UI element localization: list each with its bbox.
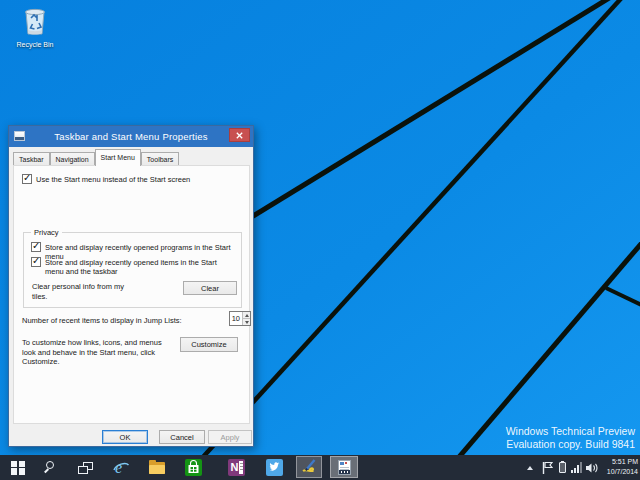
evaluation-watermark: Windows Technical Preview Evaluation cop… [506, 425, 635, 451]
task-view-button[interactable] [72, 455, 98, 480]
taskbar-properties-dialog: Taskbar and Start Menu Properties Taskba… [8, 125, 254, 447]
search-button[interactable] [38, 455, 62, 480]
recycle-bin[interactable]: Recycle Bin [8, 6, 62, 48]
onenote-button[interactable]: N [222, 455, 250, 480]
cancel-button[interactable]: Cancel [159, 430, 205, 444]
dialog-tab-strip: Taskbar Navigation Start Menu Toolbars [13, 149, 179, 166]
chevron-up-icon [527, 466, 533, 470]
journal-pen-icon [300, 458, 318, 476]
close-button[interactable] [229, 128, 250, 142]
tab-start-menu[interactable]: Start Menu [95, 149, 141, 166]
use-start-menu-label: Use the Start menu instead of the Start … [36, 174, 190, 184]
windows-logo-icon [11, 461, 25, 475]
search-icon [44, 461, 57, 474]
show-hidden-icons-button[interactable] [524, 455, 536, 480]
store-items-label: Store and display recently opened items … [45, 257, 233, 276]
clear-button[interactable]: Clear [183, 281, 237, 295]
privacy-group-label: Privacy [31, 228, 62, 237]
privacy-groupbox: Privacy ✓ Store and display recently ope… [23, 232, 242, 308]
chevron-up-icon [245, 314, 249, 317]
speaker-icon [585, 462, 599, 474]
clock-time: 5:51 PM [598, 457, 638, 467]
clear-personal-info-text: Clear personal info from my tiles. [32, 282, 132, 301]
check-icon: ✓ [32, 255, 40, 266]
network-signal-icon [571, 462, 582, 473]
taskbar: e N [0, 455, 640, 480]
jump-lists-spinner[interactable]: 10 [229, 311, 251, 326]
check-icon: ✓ [23, 172, 31, 183]
dialog-titlebar-icon [14, 131, 25, 141]
battery-icon [559, 462, 566, 473]
jump-lists-label: Number of recent items to display in Jum… [22, 316, 222, 326]
dialog-title: Taskbar and Start Menu Properties [9, 131, 253, 142]
jump-lists-value: 10 [230, 312, 242, 325]
recycle-bin-icon [21, 22, 49, 39]
desktop-screen: Recycle Bin Windows Technical Preview Ev… [0, 0, 640, 480]
internet-explorer-icon: e [112, 459, 130, 477]
action-center-button[interactable] [540, 455, 554, 480]
journal-app-button[interactable] [296, 456, 322, 478]
tab-toolbars[interactable]: Toolbars [141, 152, 179, 166]
twitter-icon [266, 459, 283, 476]
store-icon [185, 459, 202, 476]
checkbox-box: ✓ [31, 242, 41, 252]
tab-navigation[interactable]: Navigation [50, 152, 95, 166]
tab-taskbar[interactable]: Taskbar [13, 152, 50, 166]
dialog-titlebar: Taskbar and Start Menu Properties [9, 126, 253, 147]
spinner-down-button[interactable] [243, 318, 250, 325]
network-status-button[interactable] [569, 455, 584, 480]
checkbox-box: ✓ [31, 257, 41, 267]
customize-text: To customize how links, icons, and menus… [22, 338, 174, 367]
store-items-checkbox[interactable]: ✓ Store and display recently opened item… [31, 257, 233, 276]
checkbox-box: ✓ [22, 174, 32, 184]
properties-window-icon [338, 460, 351, 475]
start-button[interactable] [6, 455, 30, 480]
task-view-icon [78, 462, 93, 474]
store-button[interactable] [180, 455, 206, 480]
chevron-down-icon [245, 321, 249, 324]
recycle-bin-label: Recycle Bin [8, 41, 62, 48]
watermark-line-1: Windows Technical Preview [506, 425, 635, 438]
flag-icon [542, 461, 553, 474]
customize-button[interactable]: Customize [180, 337, 238, 352]
clock-date: 10/7/2014 [598, 467, 638, 477]
ok-button[interactable]: OK [102, 430, 148, 444]
taskbar-clock[interactable]: 5:51 PM 10/7/2014 [598, 457, 638, 477]
power-status-button[interactable] [556, 455, 568, 480]
watermark-line-2: Evaluation copy. Build 9841 [506, 438, 635, 451]
check-icon: ✓ [32, 240, 40, 251]
twitter-button[interactable] [260, 455, 288, 480]
use-start-menu-checkbox[interactable]: ✓ Use the Start menu instead of the Star… [22, 174, 190, 184]
file-explorer-icon [149, 462, 165, 474]
close-icon [236, 132, 243, 139]
spinner-arrows [242, 312, 250, 325]
onenote-icon: N [228, 459, 245, 476]
internet-explorer-button[interactable]: e [108, 455, 134, 480]
file-explorer-button[interactable] [144, 455, 170, 480]
taskbar-properties-window-button[interactable] [330, 456, 358, 478]
apply-button[interactable]: Apply [208, 430, 252, 444]
start-menu-tab-page: ✓ Use the Start menu instead of the Star… [13, 165, 250, 424]
